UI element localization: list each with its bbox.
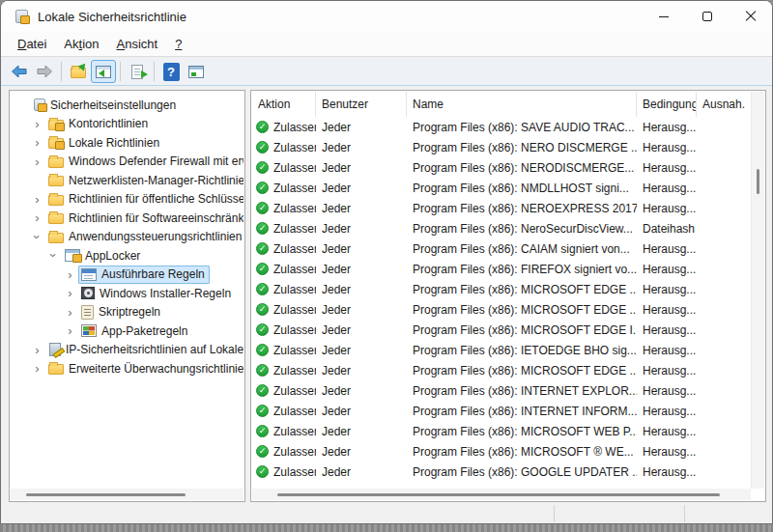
tree-item-target[interactable]: IP-Sicherheitsrichtlinien auf Lokaler C: [45, 341, 243, 359]
menu-help[interactable]: ?: [166, 34, 190, 54]
expander-icon[interactable]: ›: [47, 247, 60, 264]
expander-icon[interactable]: ›: [29, 344, 45, 356]
table-row[interactable]: ✓ Zulassen Jeder Program Files (x86): IN…: [252, 401, 751, 421]
table-row[interactable]: ✓ Zulassen Jeder Program Files (x86): MI…: [252, 279, 751, 299]
column-header[interactable]: Bedingung: [637, 92, 697, 117]
row-action: Zulassen: [273, 283, 316, 296]
expander-icon[interactable]: ›: [29, 136, 45, 149]
close-icon: [745, 11, 757, 22]
cell-action: ✓ Zulassen: [252, 465, 316, 479]
tree-item[interactable]: › Ausführbare Regeln: [11, 266, 243, 285]
expander-icon[interactable]: ›: [29, 155, 45, 168]
tree-item-target[interactable]: App-Paketregeln: [78, 322, 192, 340]
window-controls: [642, 1, 772, 32]
list-vertical-scrollbar[interactable]: [751, 92, 764, 489]
tree-item-target[interactable]: Windows Defender Firewall mit erweit: [45, 153, 243, 171]
menu-datei[interactable]: Datei: [9, 34, 55, 54]
minimize-button[interactable]: [642, 1, 685, 32]
tree-item[interactable]: › Lokale Richtlinien: [11, 133, 243, 153]
tree-hscroll-thumb[interactable]: [26, 493, 186, 496]
expander-icon[interactable]: ›: [62, 324, 78, 337]
cell-action: ✓ Zulassen: [252, 405, 316, 418]
table-row[interactable]: ✓ Zulassen Jeder Program Files (x86): CA…: [252, 238, 751, 259]
new-window-button[interactable]: [184, 60, 209, 83]
tree-item[interactable]: › Skriptregeln: [11, 303, 243, 322]
list-horizontal-scrollbar[interactable]: [252, 489, 751, 500]
expander-icon[interactable]: ›: [29, 362, 45, 375]
tree-item-target[interactable]: Richtlinien für Softwareeinschränkung: [45, 209, 243, 227]
expander-icon[interactable]: ›: [29, 118, 45, 130]
tree-item[interactable]: › Kontorichtlinien: [11, 115, 243, 134]
table-row[interactable]: ✓ Zulassen Jeder Program Files (x86): NE…: [252, 157, 751, 178]
row-name: Program Files (x86): INTERNET INFORM...: [407, 405, 637, 418]
row-condition: Herausg...: [637, 445, 697, 459]
back-button[interactable]: [7, 60, 32, 83]
tree-item-icon: [34, 98, 45, 111]
tree-item[interactable]: Netzwerklisten-Manager-Richtlinien: [11, 171, 243, 190]
tree-horizontal-scrollbar[interactable]: [11, 489, 243, 500]
tree-item[interactable]: › AppLocker: [11, 246, 243, 266]
table-row[interactable]: ✓ Zulassen Jeder Program Files (x86): NE…: [252, 137, 751, 157]
tree-item-target[interactable]: Anwendungssteuerungsrichtlinien: [45, 228, 243, 246]
table-row[interactable]: ✓ Zulassen Jeder Program Files (x86): MI…: [252, 421, 751, 441]
table-row[interactable]: ✓ Zulassen Jeder Program Files (x86): IE…: [252, 340, 751, 360]
tree-item-target[interactable]: Sicherheitseinstellungen: [29, 96, 181, 114]
row-action: Zulassen: [273, 161, 316, 175]
tree-item-target[interactable]: Ausführbare Regeln: [78, 266, 210, 284]
tree-item-target[interactable]: Skriptregeln: [78, 303, 165, 322]
table-row[interactable]: ✓ Zulassen Jeder Program Files (x86): MI…: [252, 441, 751, 462]
tree-item-target[interactable]: Netzwerklisten-Manager-Richtlinien: [45, 171, 243, 189]
tree-item-target[interactable]: AppLocker: [62, 246, 145, 265]
expander-icon[interactable]: ›: [62, 306, 78, 319]
maximize-button[interactable]: [685, 1, 729, 32]
list-vscroll-thumb[interactable]: [757, 169, 759, 194]
table-row[interactable]: ✓ Zulassen Jeder Program Files (x86): MI…: [252, 320, 751, 340]
expander-icon[interactable]: ›: [62, 287, 78, 299]
expander-icon[interactable]: ›: [31, 229, 43, 245]
help-button[interactable]: ?: [158, 60, 184, 83]
menu-ansicht[interactable]: Ansicht: [108, 34, 167, 54]
list-hscroll-thumb[interactable]: [277, 493, 720, 496]
table-row[interactable]: ✓ Zulassen Jeder Program Files (x86): Ne…: [252, 218, 751, 238]
table-row[interactable]: ✓ Zulassen Jeder Program Files (x86): GO…: [252, 462, 751, 482]
table-row[interactable]: ✓ Zulassen Jeder Program Files (x86): SA…: [252, 117, 751, 137]
show-console-tree-button[interactable]: [91, 60, 116, 83]
table-row[interactable]: ✓ Zulassen Jeder Program Files (x86): MI…: [252, 360, 751, 380]
expander-icon[interactable]: ›: [29, 211, 45, 224]
row-user: Jeder: [316, 283, 407, 296]
table-row[interactable]: ✓ Zulassen Jeder Program Files (x86): NE…: [252, 198, 751, 218]
tree-item-target[interactable]: Kontorichtlinien: [45, 115, 153, 133]
tree-item[interactable]: › Erweiterte Überwachungsrichtlinienko: [11, 359, 243, 378]
tree-item-label: App-Paketregeln: [101, 324, 187, 338]
tree-item-icon: [48, 233, 64, 243]
export-list-button[interactable]: [125, 60, 150, 83]
tree-item-target[interactable]: Richtlinien für öffentliche Schlüssel: [45, 190, 243, 209]
tree-item[interactable]: › Windows Defender Firewall mit erweit: [11, 153, 243, 172]
tree-item-target[interactable]: Erweiterte Überwachungsrichtlinienko: [45, 359, 243, 378]
close-button[interactable]: [729, 1, 772, 32]
column-header[interactable]: Benutzer: [316, 92, 407, 117]
expander-icon[interactable]: ›: [62, 268, 78, 281]
tree-item[interactable]: › App-Paketregeln: [11, 322, 243, 341]
minimize-icon: [659, 16, 669, 17]
tree-item[interactable]: › IP-Sicherheitsrichtlinien auf Lokaler …: [11, 341, 243, 360]
table-row[interactable]: ✓ Zulassen Jeder Program Files (x86): FI…: [252, 259, 751, 279]
column-header[interactable]: Ausnah.: [697, 92, 751, 117]
forward-button[interactable]: [32, 60, 57, 83]
column-header[interactable]: Name: [407, 92, 637, 117]
menu-aktion[interactable]: Aktion: [55, 34, 107, 54]
row-condition: Herausg...: [637, 202, 697, 215]
column-header[interactable]: Aktion: [252, 92, 316, 117]
tree-item-target[interactable]: Windows Installer-Regeln: [78, 284, 236, 302]
export-policy-button[interactable]: [66, 60, 91, 83]
tree-item[interactable]: › Anwendungssteuerungsrichtlinien: [11, 228, 243, 247]
table-row[interactable]: ✓ Zulassen Jeder Program Files (x86): IN…: [252, 380, 751, 401]
tree-item[interactable]: › Richtlinien für öffentliche Schlüssel: [11, 190, 243, 210]
tree-item[interactable]: Sicherheitseinstellungen: [11, 96, 243, 115]
table-row[interactable]: ✓ Zulassen Jeder Program Files (x86): MI…: [252, 299, 751, 320]
expander-icon[interactable]: ›: [29, 193, 45, 206]
tree-item[interactable]: › Windows Installer-Regeln: [11, 284, 243, 303]
tree-item[interactable]: › Richtlinien für Softwareeinschränkung: [11, 209, 243, 228]
tree-item-target[interactable]: Lokale Richtlinien: [45, 133, 164, 152]
table-row[interactable]: ✓ Zulassen Jeder Program Files (x86): NM…: [252, 178, 751, 198]
